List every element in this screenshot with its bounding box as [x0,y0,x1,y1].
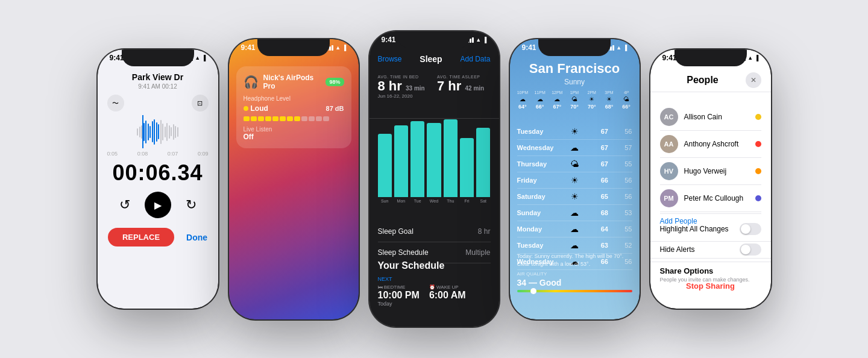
avatar-allison: AC [660,108,678,126]
bar-tue: Tue [410,119,424,203]
notch [122,49,194,66]
loud-label: Loud 87 dB [244,104,344,113]
weather-city: San Francisco Sunny [510,61,640,86]
person-anthony: AA Anthony Ashcroft [660,131,761,158]
weather-condition: Sunny [510,78,640,86]
status-time: 9:41 [382,36,396,44]
hour-4p: 4P🌤66° [618,90,635,110]
person-name-hugo: Hugo Verweij [684,167,755,175]
airpods-card: 🎧 Nick's AirPods Pro 98% Headphone Level… [236,66,351,148]
air-quality-bar [517,290,632,292]
hour-3pm: 3PM☀68° [601,90,617,110]
close-button[interactable]: ✕ [746,72,761,88]
done-button[interactable]: Done [186,233,207,242]
replace-button[interactable]: REPLACE [108,228,174,247]
hour-12pm: 12PM☁67° [549,90,565,110]
wakeup: ⏰ WAKE UP 6:00 AM [429,284,466,307]
city-name: San Francisco [510,61,640,77]
day-friday: Friday☀6656 [517,172,632,189]
bedtime: 🛏 BEDTIME 10:00 PM Today [378,284,420,307]
notch [257,39,330,56]
person-dot-anthony [755,141,761,147]
phone-sleep: 9:41 ▲ ▐ Browse Sleep Add Data AVG. TIME… [370,31,499,327]
navigation-bar: Browse Sleep Add Data [370,48,499,70]
person-name-anthony: Anthony Ashcroft [684,140,755,148]
person-dot-peter [755,195,761,201]
hide-alerts-toggle[interactable] [740,243,761,256]
avatar-anthony: AA [660,135,678,153]
person-name-allison: Allison Cain [684,113,755,121]
battery-icon: ▐ [623,45,627,51]
voice-memo-content: Park View Dr 9:41 AM 00:12 〜 ⊡ [98,66,218,309]
battery-icon: ▐ [755,55,758,61]
sleep-stats: AVG. TIME IN BED 8 hr 33 min Jun 16-22, … [370,70,499,104]
bar-sat: Sat [476,119,490,203]
notch [398,31,470,48]
bar-thu: Thu [444,119,458,203]
person-name-peter: Peter Mc Cullough [684,194,755,203]
play-button[interactable]: ▶ [145,192,171,218]
avg-time-asleep: AVG. TIME ASLEEP 7 hr 42 min [437,75,491,99]
recording-date: 9:41 AM 00:12 [138,83,177,90]
status-time: 9:41 [241,43,256,52]
waveform-bars [107,115,209,148]
person-hugo: HV Hugo Verweij [660,158,761,185]
bottom-row: REPLACE Done [108,228,207,247]
sleep-chart: Sun Mon Tue Wed [370,119,499,215]
people-title: People [660,75,746,86]
hour-2pm: 2PM☀70° [583,90,600,110]
voice-controls-top: 〜 ⊡ [107,95,209,111]
rewind-button[interactable]: ↺ [119,197,130,213]
forward-button[interactable]: ↻ [186,197,197,213]
avatar-peter: PM [660,189,678,207]
airpods-icon: 🎧 [244,75,259,89]
back-button[interactable]: Browse [378,55,402,63]
battery-icon: ▐ [342,45,346,51]
bar-fri: Fri [460,119,474,203]
hour-11pm: 11PM☁66° [532,90,548,110]
notch [675,49,747,66]
waveform-icon[interactable]: 〜 [107,95,124,111]
add-data-button[interactable]: Add Data [460,55,490,63]
weather-description: Today: Sunny currently. The high will be… [517,253,632,268]
wifi-icon: ▲ [335,45,341,51]
person-allison: AC Allison Cain [660,104,761,131]
warning-dot [244,106,248,111]
wifi-icon: ▲ [195,55,200,61]
wifi-icon: ▲ [747,55,753,61]
chart-bars: Sun Mon Tue Wed [378,119,491,203]
bar-mon: Mon [394,119,408,203]
status-time: 9:41 [522,43,536,52]
airpods-header: 🎧 Nick's AirPods Pro 98% [244,74,344,90]
trim-icon[interactable]: ⊡ [192,95,209,111]
avatar-hugo: HV [660,162,678,180]
bar-sun: Sun [378,119,392,203]
sleep-goals: Sleep Goal 8 hr Sleep Schedule Multiple [370,221,499,263]
wifi-icon: ▲ [616,45,621,51]
highlight-toggle[interactable] [740,223,761,235]
person-dot-allison [755,114,761,120]
person-dot-hugo [755,168,761,174]
phone-people: 9:41 ▲ ▐ People ✕ AC Allison Cain [650,49,771,309]
bar-wed: Wed [427,119,441,203]
schedule-times: 🛏 BEDTIME 10:00 PM Today ⏰ WAKE UP 6:00 … [378,284,491,307]
wifi-icon: ▲ [476,37,481,43]
phone-weather: 9:41 ▲ ▐ San Francisco Sunny 10PM☁64° [510,39,640,319]
live-listen-label: Live Listen Off [244,126,344,141]
battery-icon: ▐ [483,37,486,43]
battery-level: 98% [326,78,344,86]
level-bar [244,116,344,121]
timer-display: 00:06.34 [112,160,203,186]
day-tuesday2: Tuesday☁6352 [517,237,632,254]
avg-time-bed: AVG. TIME IN BED 8 hr 33 min Jun 16-22, … [378,75,432,99]
hour-1pm: 1PM🌤70° [567,90,583,110]
waveform [107,115,209,148]
phone-airpods: 9:41 ▲ ▐ 🎧 Nick's AirPods Pro 98% Headph… [229,39,359,319]
airpods-name: Nick's AirPods Pro [263,74,321,90]
hourly-row: 10PM☁64° 11PM☁66° 12PM☁67° 1PM🌤70° 2PM☀7… [510,90,640,110]
notch [538,39,611,56]
air-quality: AIR QUALITY 34 — Good [517,271,632,292]
stop-sharing-button[interactable]: Stop Sharing [650,281,771,290]
day-saturday: Saturday☀6556 [517,189,632,205]
daily-list: Tuesday☀6756 Wednesday☁6757 Thursday🌤675… [510,124,640,270]
